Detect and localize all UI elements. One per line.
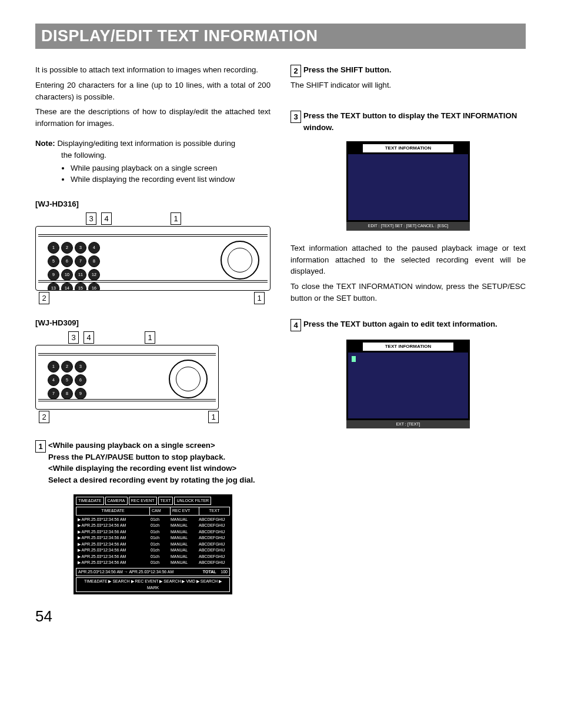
tab-text: TEXT bbox=[158, 497, 173, 506]
step4-head: 4 Press the TEXT button again to edit te… bbox=[290, 318, 526, 331]
callout-1: 1 bbox=[171, 212, 181, 225]
table-row: ▶ APR.25.03*12:34:56 AM01chMANUALABCDEFG… bbox=[76, 517, 230, 523]
step3-head: 3 Press the TEXT button to display the T… bbox=[290, 110, 526, 134]
event-tabs: TIME&DATE CAMERA REC EVENT TEXT UNLOCK F… bbox=[76, 497, 230, 506]
event-rows: ▶ APR.25.03*12:34:56 AM01chMANUALABCDEFG… bbox=[76, 517, 230, 566]
note-text-b: the following. bbox=[61, 149, 271, 161]
step3-number: 3 bbox=[290, 111, 301, 123]
note-bullet: While displaying the recording event lis… bbox=[71, 174, 271, 185]
step3-body1: Text information attached to the paused … bbox=[290, 242, 526, 277]
step3-body2: To close the TEXT INFORMATION window, pr… bbox=[290, 281, 526, 304]
callout-1: 1 bbox=[208, 411, 219, 423]
section-title: DISPLAY/EDIT TEXT INFORMATION bbox=[35, 24, 526, 49]
step1-number: 1 bbox=[35, 440, 46, 453]
step2-title: Press the SHIFT button. bbox=[303, 64, 391, 76]
text-info-window-edit: TEXT INFORMATION EXT : [TEXT] bbox=[346, 340, 470, 429]
ti-footer: EDIT : [TEXT] SET : [SET] CANCEL : [ESC] bbox=[346, 222, 470, 231]
manual-page: DISPLAY/EDIT TEXT INFORMATION It is poss… bbox=[0, 0, 561, 643]
table-row: ▶ APR.25.03*12:34:56 AM01chMANUALABCDEFG… bbox=[76, 547, 230, 554]
note-bullet: While pausing playback on a single scree… bbox=[71, 162, 271, 174]
device-figure-316: 3 4 1 1234 5678 9101112 13141516 bbox=[35, 212, 271, 304]
step3-title: Press the TEXT button to display the TEX… bbox=[303, 110, 526, 134]
device-panel-309: 123 456 789 bbox=[35, 345, 219, 410]
event-header: TIME&DATE CAM REC EVT TEXT bbox=[76, 507, 230, 516]
cursor-icon bbox=[352, 356, 356, 362]
callout-4: 4 bbox=[101, 212, 112, 225]
step2-body: The SHIFT indicator will light. bbox=[290, 81, 391, 89]
tab-recevent: REC EVENT bbox=[129, 497, 157, 506]
intro-p1: It is possible to attach text informatio… bbox=[35, 64, 271, 76]
note-bullets: While pausing playback on a single scree… bbox=[35, 162, 271, 186]
note-label: Note: bbox=[35, 139, 55, 148]
callout-3: 3 bbox=[68, 331, 79, 344]
table-row: ▶ APR.25.03*12:34:56 AM01chMANUALABCDEFG… bbox=[76, 560, 230, 566]
callout-2: 2 bbox=[39, 411, 49, 423]
step4-number: 4 bbox=[290, 319, 301, 331]
model-heading-309: [WJ-HD309] bbox=[35, 317, 271, 329]
intro-p2: Entering 20 characters for a line (up to… bbox=[35, 79, 271, 103]
callout-3: 3 bbox=[86, 212, 96, 225]
device-panel-316: 1234 5678 9101112 13141516 bbox=[35, 226, 271, 291]
right-column: 2 Press the SHIFT button. The SHIFT indi… bbox=[290, 64, 526, 594]
event-footer: APR.25.03*12:34:56 AM → APR.25.03*12:34:… bbox=[76, 568, 230, 577]
step2-head: 2 Press the SHIFT button. bbox=[290, 64, 526, 77]
tab-timedate: TIME&DATE bbox=[76, 497, 104, 506]
left-column: It is possible to attach text informatio… bbox=[35, 64, 271, 594]
step1-l1: <While pausing playback on a single scre… bbox=[48, 441, 215, 450]
step4-title: Press the TEXT button again to edit text… bbox=[303, 318, 497, 330]
callout-4: 4 bbox=[84, 331, 94, 344]
step1-l3: <While displaying the recording event li… bbox=[48, 464, 236, 473]
step1-l2: Press the PLAY/PAUSE button to stop play… bbox=[48, 453, 225, 461]
callout-2: 2 bbox=[39, 292, 49, 304]
tab-camera: CAMERA bbox=[105, 497, 128, 506]
device-figure-309: 3 4 1 123 456 789 2 1 bbox=[35, 331, 271, 423]
table-row: ▶ APR.25.03*12:34:56 AM01chMANUALABCDEFG… bbox=[76, 523, 230, 529]
callout-1: 1 bbox=[145, 331, 155, 344]
table-row: ▶ APR.25.03*12:34:56 AM01chMANUALABCDEFG… bbox=[76, 554, 230, 560]
step1-head: 1 <While pausing playback on a single sc… bbox=[35, 440, 271, 486]
page-number: 54 bbox=[35, 607, 526, 626]
tab-unlock: UNLOCK FILTER bbox=[174, 497, 211, 506]
note-block: Note: Displaying/editing text informatio… bbox=[35, 138, 271, 185]
ti-title: TEXT INFORMATION bbox=[363, 343, 453, 351]
model-heading-316: [WJ-HD316] bbox=[35, 198, 271, 210]
step1-l4: Select a desired recording event by rota… bbox=[48, 476, 255, 484]
table-row: ▶ APR.25.03*12:34:56 AM01chMANUALABCDEFG… bbox=[76, 529, 230, 536]
ti-title: TEXT INFORMATION bbox=[363, 144, 453, 152]
table-row: ▶ APR.25.03*12:34:56 AM01chMANUALABCDEFG… bbox=[76, 535, 230, 541]
table-row: ▶ APR.25.03*12:34:56 AM01chMANUALABCDEFG… bbox=[76, 541, 230, 548]
callout-1: 1 bbox=[254, 292, 265, 304]
content-columns: It is possible to attach text informatio… bbox=[35, 64, 526, 594]
intro-p3: These are the descriptions of how to dis… bbox=[35, 106, 271, 129]
ti-footer: EXT : [TEXT] bbox=[346, 420, 470, 429]
note-text-a: Displaying/editing text information is p… bbox=[57, 139, 235, 148]
event-list-figure: TIME&DATE CAMERA REC EVENT TEXT UNLOCK F… bbox=[74, 494, 232, 595]
step2-number: 2 bbox=[290, 65, 301, 77]
event-breadcrumb: TIME&DATE ▶ SEARCH ▶ REC EVENT ▶ SEARCH … bbox=[76, 577, 230, 592]
text-info-window-view: TEXT INFORMATION EDIT : [TEXT] SET : [SE… bbox=[346, 141, 470, 231]
